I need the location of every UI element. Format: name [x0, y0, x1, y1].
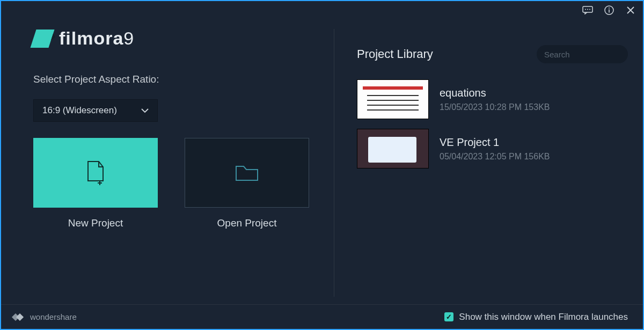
svg-point-1	[585, 9, 586, 10]
footer: wondershare ✓ Show this window when Film…	[1, 304, 643, 329]
vendor-brand: wondershare	[13, 312, 77, 321]
checkbox-checked-icon: ✓	[444, 312, 453, 321]
new-project-button[interactable]	[33, 138, 158, 208]
svg-rect-5	[609, 8, 610, 9]
wondershare-icon	[13, 313, 25, 321]
svg-rect-6	[609, 10, 610, 13]
project-thumbnail	[357, 129, 429, 168]
logo-text: filmora9	[59, 28, 134, 49]
show-on-launch-toggle[interactable]: ✓ Show this window when Filmora launches	[444, 312, 628, 322]
search-input[interactable]	[544, 50, 644, 59]
svg-point-3	[589, 9, 590, 10]
close-icon[interactable]	[625, 4, 636, 16]
project-info: VE Project 1 05/04/2023 12:05 PM 156KB	[440, 136, 550, 162]
project-library-panel: Project Library equations 15/05/2023 10:…	[334, 29, 643, 297]
open-project-label: Open Project	[217, 217, 277, 229]
new-file-icon	[85, 160, 106, 185]
window-controls	[582, 4, 636, 16]
library-title: Project Library	[357, 47, 433, 61]
svg-point-2	[587, 9, 588, 10]
new-project-label: New Project	[68, 217, 123, 229]
project-thumbnail	[357, 79, 429, 119]
project-actions: New Project Open Project	[33, 138, 312, 229]
open-project-button[interactable]	[185, 138, 309, 208]
feedback-icon[interactable]	[582, 4, 594, 16]
project-meta: 15/05/2023 10:28 PM 153KB	[440, 102, 550, 112]
vendor-label: wondershare	[30, 312, 77, 321]
project-name: VE Project 1	[440, 136, 550, 149]
project-item[interactable]: equations 15/05/2023 10:28 PM 153KB	[357, 79, 628, 119]
project-list: equations 15/05/2023 10:28 PM 153KB VE P…	[357, 79, 628, 168]
aspect-ratio-select[interactable]: 16:9 (Widescreen)	[33, 99, 158, 122]
search-box[interactable]	[537, 45, 628, 63]
show-on-launch-label: Show this window when Filmora launches	[459, 312, 628, 322]
chevron-down-icon	[141, 105, 149, 116]
project-meta: 05/04/2023 12:05 PM 156KB	[440, 152, 550, 162]
project-item[interactable]: VE Project 1 05/04/2023 12:05 PM 156KB	[357, 129, 628, 168]
aspect-ratio-label: Select Project Aspect Ratio:	[33, 74, 312, 85]
app-logo: filmora9	[33, 28, 312, 49]
project-info: equations 15/05/2023 10:28 PM 153KB	[440, 87, 550, 112]
folder-icon	[235, 163, 259, 182]
main-content: filmora9 Select Project Aspect Ratio: 16…	[1, 1, 643, 329]
aspect-ratio-value: 16:9 (Widescreen)	[42, 105, 117, 116]
info-icon[interactable]	[603, 4, 615, 16]
library-header: Project Library	[357, 45, 628, 63]
left-panel: filmora9 Select Project Aspect Ratio: 16…	[1, 17, 334, 329]
logo-icon	[30, 30, 54, 48]
project-name: equations	[440, 87, 550, 99]
